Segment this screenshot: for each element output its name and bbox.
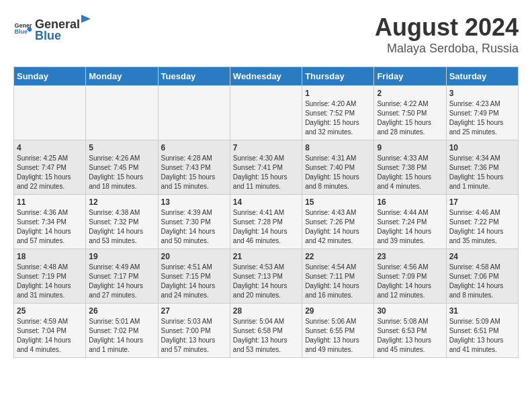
calendar-cell-w2-d5: 16Sunrise: 4:44 AM Sunset: 7:24 PM Dayli… xyxy=(374,195,446,249)
day-info: Sunrise: 4:20 AM Sunset: 7:52 PM Dayligh… xyxy=(305,99,371,137)
calendar-cell-w4-d4: 29Sunrise: 5:06 AM Sunset: 6:55 PM Dayli… xyxy=(302,304,374,358)
day-info: Sunrise: 5:08 AM Sunset: 6:53 PM Dayligh… xyxy=(377,317,443,355)
logo-icon: General Blue xyxy=(13,19,32,38)
day-number: 1 xyxy=(305,89,371,98)
day-info: Sunrise: 5:04 AM Sunset: 6:58 PM Dayligh… xyxy=(233,317,299,355)
day-info: Sunrise: 4:25 AM Sunset: 7:47 PM Dayligh… xyxy=(17,154,83,191)
title-area: August 2024 Malaya Serdoba, Russia xyxy=(375,13,519,56)
calendar-cell-w0-d6: 3Sunrise: 4:23 AM Sunset: 7:49 PM Daylig… xyxy=(446,86,518,140)
day-number: 2 xyxy=(377,89,443,98)
calendar-cell-w0-d1 xyxy=(86,86,158,140)
calendar-cell-w1-d1: 5Sunrise: 4:26 AM Sunset: 7:45 PM Daylig… xyxy=(86,140,158,195)
calendar-cell-w4-d3: 28Sunrise: 5:04 AM Sunset: 6:58 PM Dayli… xyxy=(230,304,302,358)
calendar-cell-w4-d2: 27Sunrise: 5:03 AM Sunset: 7:00 PM Dayli… xyxy=(158,304,230,358)
calendar-cell-w3-d6: 24Sunrise: 4:58 AM Sunset: 7:06 PM Dayli… xyxy=(446,249,518,304)
weekday-header-monday: Monday xyxy=(86,67,158,86)
day-number: 24 xyxy=(449,252,515,261)
day-info: Sunrise: 4:53 AM Sunset: 7:13 PM Dayligh… xyxy=(233,263,299,300)
day-info: Sunrise: 4:46 AM Sunset: 7:22 PM Dayligh… xyxy=(449,208,515,246)
day-info: Sunrise: 4:28 AM Sunset: 7:43 PM Dayligh… xyxy=(161,154,227,191)
day-info: Sunrise: 5:01 AM Sunset: 7:02 PM Dayligh… xyxy=(89,317,154,355)
calendar-cell-w4-d1: 26Sunrise: 5:01 AM Sunset: 7:02 PM Dayli… xyxy=(86,304,158,358)
day-info: Sunrise: 4:44 AM Sunset: 7:24 PM Dayligh… xyxy=(377,208,443,246)
logo: General Blue General Blue xyxy=(13,13,92,43)
calendar-cell-w3-d4: 22Sunrise: 4:54 AM Sunset: 7:11 PM Dayli… xyxy=(302,249,374,304)
day-number: 23 xyxy=(377,252,443,261)
calendar-cell-w4-d5: 30Sunrise: 5:08 AM Sunset: 6:53 PM Dayli… xyxy=(374,304,446,358)
day-number: 19 xyxy=(89,252,154,261)
day-number: 27 xyxy=(161,306,227,316)
day-info: Sunrise: 4:39 AM Sunset: 7:30 PM Dayligh… xyxy=(161,208,227,246)
day-info: Sunrise: 4:30 AM Sunset: 7:41 PM Dayligh… xyxy=(233,154,299,191)
day-number: 12 xyxy=(89,197,154,207)
day-number: 30 xyxy=(377,306,443,316)
location-title: Malaya Serdoba, Russia xyxy=(375,42,519,56)
calendar-cell-w0-d4: 1Sunrise: 4:20 AM Sunset: 7:52 PM Daylig… xyxy=(302,86,374,140)
weekday-header-friday: Friday xyxy=(374,67,446,86)
day-info: Sunrise: 4:31 AM Sunset: 7:40 PM Dayligh… xyxy=(305,154,371,191)
calendar-cell-w2-d2: 13Sunrise: 4:39 AM Sunset: 7:30 PM Dayli… xyxy=(158,195,230,249)
calendar-cell-w1-d5: 9Sunrise: 4:33 AM Sunset: 7:38 PM Daylig… xyxy=(374,140,446,195)
day-info: Sunrise: 4:34 AM Sunset: 7:36 PM Dayligh… xyxy=(449,154,515,191)
calendar-cell-w1-d6: 10Sunrise: 4:34 AM Sunset: 7:36 PM Dayli… xyxy=(446,140,518,195)
day-number: 10 xyxy=(449,143,515,152)
calendar-cell-w4-d6: 31Sunrise: 5:09 AM Sunset: 6:51 PM Dayli… xyxy=(446,304,518,358)
day-info: Sunrise: 4:36 AM Sunset: 7:34 PM Dayligh… xyxy=(17,208,83,246)
day-number: 9 xyxy=(377,143,443,152)
logo-flag-icon xyxy=(80,13,92,28)
day-info: Sunrise: 4:56 AM Sunset: 7:09 PM Dayligh… xyxy=(377,263,443,300)
day-info: Sunrise: 4:48 AM Sunset: 7:19 PM Dayligh… xyxy=(17,263,83,300)
day-number: 28 xyxy=(233,306,299,316)
day-number: 20 xyxy=(161,252,227,261)
day-number: 21 xyxy=(233,252,299,261)
day-info: Sunrise: 4:38 AM Sunset: 7:32 PM Dayligh… xyxy=(89,208,154,246)
day-info: Sunrise: 4:43 AM Sunset: 7:26 PM Dayligh… xyxy=(305,208,371,246)
day-number: 26 xyxy=(89,306,154,316)
calendar-table: SundayMondayTuesdayWednesdayThursdayFrid… xyxy=(13,66,519,358)
day-number: 7 xyxy=(233,143,299,152)
day-info: Sunrise: 4:26 AM Sunset: 7:45 PM Dayligh… xyxy=(89,154,154,191)
calendar-cell-w2-d3: 14Sunrise: 4:41 AM Sunset: 7:28 PM Dayli… xyxy=(230,195,302,249)
calendar-cell-w2-d1: 12Sunrise: 4:38 AM Sunset: 7:32 PM Dayli… xyxy=(86,195,158,249)
day-number: 22 xyxy=(305,252,371,261)
day-number: 11 xyxy=(17,197,83,207)
day-info: Sunrise: 4:59 AM Sunset: 7:04 PM Dayligh… xyxy=(17,317,83,355)
day-number: 6 xyxy=(161,143,227,152)
calendar-cell-w3-d1: 19Sunrise: 4:49 AM Sunset: 7:17 PM Dayli… xyxy=(86,249,158,304)
calendar-cell-w1-d0: 4Sunrise: 4:25 AM Sunset: 7:47 PM Daylig… xyxy=(14,140,86,195)
day-info: Sunrise: 4:51 AM Sunset: 7:15 PM Dayligh… xyxy=(161,263,227,300)
weekday-header-wednesday: Wednesday xyxy=(230,67,302,86)
day-number: 8 xyxy=(305,143,371,152)
weekday-header-tuesday: Tuesday xyxy=(158,67,230,86)
calendar-cell-w2-d6: 17Sunrise: 4:46 AM Sunset: 7:22 PM Dayli… xyxy=(446,195,518,249)
calendar-cell-w0-d3 xyxy=(230,86,302,140)
day-info: Sunrise: 4:49 AM Sunset: 7:17 PM Dayligh… xyxy=(89,263,154,300)
calendar-cell-w0-d5: 2Sunrise: 4:22 AM Sunset: 7:50 PM Daylig… xyxy=(374,86,446,140)
day-number: 18 xyxy=(17,252,83,261)
day-info: Sunrise: 4:33 AM Sunset: 7:38 PM Dayligh… xyxy=(377,154,443,191)
day-info: Sunrise: 4:23 AM Sunset: 7:49 PM Dayligh… xyxy=(449,99,515,137)
month-year-title: August 2024 xyxy=(375,13,519,42)
calendar-cell-w3-d3: 21Sunrise: 4:53 AM Sunset: 7:13 PM Dayli… xyxy=(230,249,302,304)
calendar-cell-w2-d4: 15Sunrise: 4:43 AM Sunset: 7:26 PM Dayli… xyxy=(302,195,374,249)
day-info: Sunrise: 4:58 AM Sunset: 7:06 PM Dayligh… xyxy=(449,263,515,300)
day-number: 14 xyxy=(233,197,299,207)
day-number: 29 xyxy=(305,306,371,316)
day-number: 15 xyxy=(305,197,371,207)
day-number: 31 xyxy=(449,306,515,316)
header: General Blue General Blue August 2024 Ma… xyxy=(13,13,519,56)
calendar-cell-w3-d0: 18Sunrise: 4:48 AM Sunset: 7:19 PM Dayli… xyxy=(14,249,86,304)
day-info: Sunrise: 5:06 AM Sunset: 6:55 PM Dayligh… xyxy=(305,317,371,355)
calendar-cell-w0-d0 xyxy=(14,86,86,140)
calendar-cell-w2-d0: 11Sunrise: 4:36 AM Sunset: 7:34 PM Dayli… xyxy=(14,195,86,249)
day-number: 13 xyxy=(161,197,227,207)
calendar-cell-w1-d2: 6Sunrise: 4:28 AM Sunset: 7:43 PM Daylig… xyxy=(158,140,230,195)
svg-marker-2 xyxy=(81,15,91,23)
day-number: 4 xyxy=(17,143,83,152)
calendar-cell-w3-d5: 23Sunrise: 4:56 AM Sunset: 7:09 PM Dayli… xyxy=(374,249,446,304)
weekday-header-sunday: Sunday xyxy=(14,67,86,86)
day-number: 17 xyxy=(449,197,515,207)
calendar-cell-w1-d3: 7Sunrise: 4:30 AM Sunset: 7:41 PM Daylig… xyxy=(230,140,302,195)
day-number: 16 xyxy=(377,197,443,207)
day-info: Sunrise: 5:09 AM Sunset: 6:51 PM Dayligh… xyxy=(449,317,515,355)
